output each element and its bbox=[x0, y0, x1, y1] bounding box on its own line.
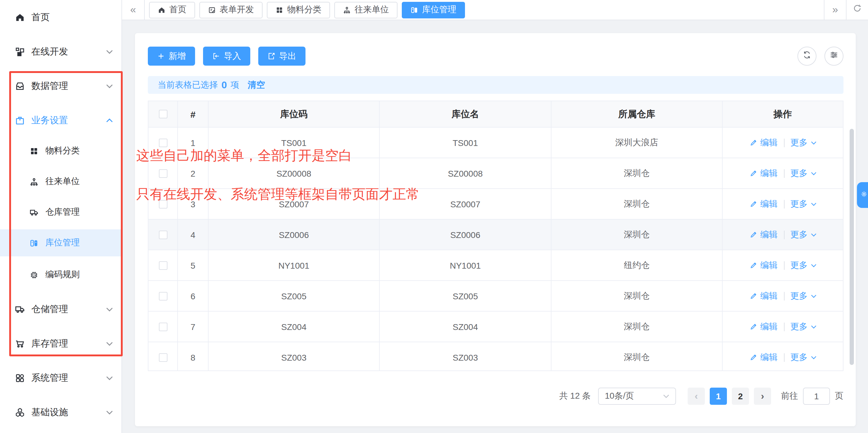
more-button[interactable]: 更多 bbox=[790, 290, 816, 302]
action-divider bbox=[784, 353, 784, 362]
row-select-cell bbox=[149, 158, 178, 188]
edit-button[interactable]: 编辑 bbox=[749, 137, 777, 148]
edit-button[interactable]: 编辑 bbox=[749, 198, 777, 210]
sidebar-item-storage-location-management[interactable]: 库位管理 bbox=[0, 229, 121, 256]
row-index: 2 bbox=[178, 158, 209, 188]
table-row: 5NY1001NY1001纽约仓编辑更多 bbox=[149, 250, 843, 280]
row-warehouse: 深圳仓 bbox=[552, 281, 723, 311]
tabs-scroll-left-button[interactable]: « bbox=[122, 0, 145, 20]
tab-storage-location[interactable]: 库位管理 bbox=[402, 2, 465, 18]
export-button[interactable]: 导出 bbox=[258, 47, 306, 66]
action-divider bbox=[784, 230, 784, 239]
more-button[interactable]: 更多 bbox=[790, 352, 816, 363]
sidebar-item-label: 业务设置 bbox=[31, 114, 68, 126]
row-location-code: SZ0006 bbox=[209, 220, 380, 250]
sidebar-item-label: 数据管理 bbox=[31, 80, 68, 92]
edit-button[interactable]: 编辑 bbox=[749, 321, 777, 332]
clear-selection-link[interactable]: 清空 bbox=[248, 80, 265, 90]
row-location-code: SZ004 bbox=[209, 312, 380, 342]
sidebar-item-online-dev[interactable]: 在线开发 bbox=[0, 39, 121, 64]
row-checkbox[interactable] bbox=[159, 261, 167, 270]
column-settings-button[interactable] bbox=[825, 47, 843, 66]
sidebar-item-coding-rules[interactable]: 编码规则 bbox=[0, 262, 121, 287]
content-area: 新增 导入 导出 当前表格已选择 bbox=[122, 20, 868, 433]
more-button[interactable]: 更多 bbox=[790, 229, 816, 240]
main-area: « 首页表单开发物料分类往来单位库位管理 » 新增 导入 bbox=[122, 0, 868, 433]
row-actions: 编辑更多 bbox=[723, 189, 843, 219]
row-index: 3 bbox=[178, 189, 209, 219]
tabs-refresh-button[interactable] bbox=[846, 0, 868, 20]
business-settings-icon bbox=[14, 115, 25, 126]
page-size-select[interactable]: 10条/页 bbox=[598, 388, 676, 405]
edit-button[interactable]: 编辑 bbox=[749, 168, 777, 179]
import-button[interactable]: 导入 bbox=[203, 47, 250, 66]
sidebar-item-label: 库位管理 bbox=[45, 237, 80, 248]
row-checkbox[interactable] bbox=[159, 353, 167, 362]
tab-label: 首页 bbox=[169, 4, 186, 16]
add-button[interactable]: 新增 bbox=[148, 47, 195, 66]
row-location-name: TS001 bbox=[380, 128, 552, 158]
row-checkbox[interactable] bbox=[159, 230, 167, 239]
chevron-down-icon bbox=[106, 50, 113, 54]
pencil-icon bbox=[749, 200, 757, 208]
row-checkbox[interactable] bbox=[159, 138, 167, 147]
page-button-2[interactable]: 2 bbox=[732, 388, 749, 405]
row-location-name: SZ004 bbox=[380, 312, 552, 342]
sidebar-item-business-settings[interactable]: 业务设置 bbox=[0, 108, 121, 132]
prev-page-button[interactable]: ‹ bbox=[688, 388, 705, 405]
sidebar-item-material-category[interactable]: 物料分类 bbox=[0, 138, 121, 163]
form-dev-icon bbox=[208, 6, 216, 14]
tab-form-dev[interactable]: 表单开发 bbox=[199, 2, 262, 18]
edit-button[interactable]: 编辑 bbox=[749, 290, 777, 302]
sidebar-item-data-management[interactable]: 数据管理 bbox=[0, 73, 121, 98]
more-button[interactable]: 更多 bbox=[790, 137, 816, 148]
sidebar-item-warehousing-management[interactable]: 仓储管理 bbox=[0, 297, 121, 321]
table-row: 6SZ005SZ005深圳仓编辑更多 bbox=[149, 280, 843, 311]
more-button[interactable]: 更多 bbox=[790, 168, 816, 179]
goto-page-input[interactable] bbox=[803, 388, 830, 405]
edit-button[interactable]: 编辑 bbox=[749, 260, 777, 271]
chevron-down-icon bbox=[106, 84, 113, 88]
tab-partner-units[interactable]: 往来单位 bbox=[334, 2, 398, 18]
row-warehouse: 深圳仓 bbox=[552, 342, 723, 371]
plus-icon bbox=[157, 52, 165, 60]
row-checkbox[interactable] bbox=[159, 322, 167, 331]
row-checkbox[interactable] bbox=[159, 291, 167, 300]
table-scrollbar-thumb[interactable] bbox=[849, 129, 854, 365]
sidebar-item-partner-units[interactable]: 往来单位 bbox=[0, 169, 121, 194]
warehouse-icon bbox=[28, 207, 39, 218]
row-checkbox[interactable] bbox=[159, 199, 167, 208]
sidebar-item-warehouse-management[interactable]: 仓库管理 bbox=[0, 200, 121, 224]
sidebar-item-system-management[interactable]: 系统管理 bbox=[0, 366, 121, 390]
toolbar: 新增 导入 导出 bbox=[148, 47, 843, 66]
sliders-icon bbox=[829, 50, 839, 62]
material-category-icon bbox=[28, 145, 39, 156]
next-page-button[interactable]: › bbox=[754, 388, 771, 405]
page-button-1[interactable]: 1 bbox=[710, 388, 727, 405]
tab-material-category[interactable]: 物料分类 bbox=[267, 2, 330, 18]
sidebar: 首页在线开发数据管理业务设置物料分类往来单位仓库管理库位管理编码规则仓储管理库存… bbox=[0, 0, 122, 433]
select-all-checkbox[interactable] bbox=[159, 110, 167, 118]
row-location-code: TS001 bbox=[209, 128, 380, 158]
row-location-name: SZ0007 bbox=[380, 189, 552, 219]
more-button[interactable]: 更多 bbox=[790, 260, 816, 271]
more-button[interactable]: 更多 bbox=[790, 321, 816, 332]
table-row: 4SZ0006SZ0006深圳仓编辑更多 bbox=[149, 219, 843, 250]
column-header-location-code: 库位码 bbox=[209, 101, 380, 127]
sidebar-item-inventory-management[interactable]: 库存管理 bbox=[0, 331, 121, 356]
row-location-code: SZ003 bbox=[209, 342, 380, 371]
gear-icon bbox=[860, 189, 868, 200]
table-refresh-button[interactable] bbox=[798, 47, 816, 66]
more-button[interactable]: 更多 bbox=[790, 198, 816, 210]
sidebar-item-home[interactable]: 首页 bbox=[0, 5, 121, 29]
tab-home[interactable]: 首页 bbox=[149, 2, 195, 18]
edit-button[interactable]: 编辑 bbox=[749, 229, 777, 240]
goto-unit: 页 bbox=[835, 391, 843, 402]
edit-button[interactable]: 编辑 bbox=[749, 352, 777, 363]
row-checkbox[interactable] bbox=[159, 169, 167, 178]
settings-drawer-handle[interactable] bbox=[857, 182, 868, 208]
row-warehouse: 深圳仓 bbox=[552, 158, 723, 188]
row-select-cell bbox=[149, 281, 178, 311]
tabs-scroll-right-button[interactable]: » bbox=[824, 0, 846, 20]
sidebar-item-infrastructure[interactable]: 基础设施 bbox=[0, 400, 121, 425]
